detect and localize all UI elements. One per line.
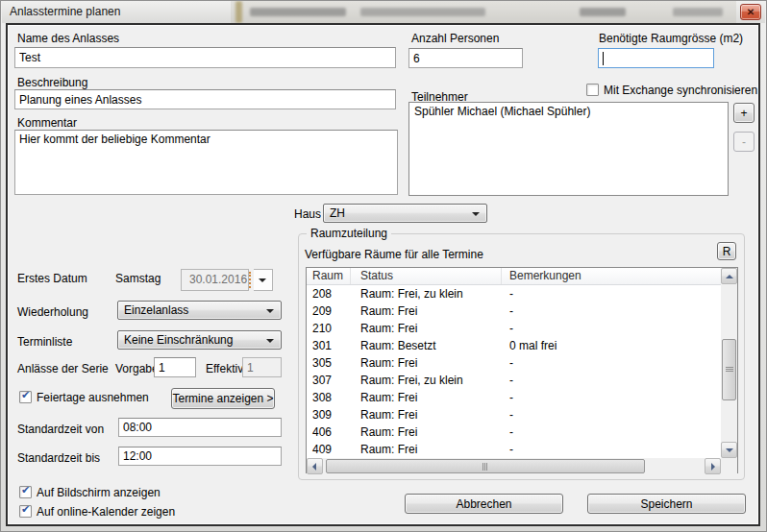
standardzeit-von-input[interactable] bbox=[118, 418, 282, 437]
titlebar[interactable]: Anlasstermine planen ✕ bbox=[2, 1, 765, 23]
background-window-glass bbox=[231, 1, 736, 23]
column-header-raum[interactable]: Raum bbox=[307, 268, 351, 284]
vorgabe-input[interactable] bbox=[154, 357, 196, 377]
checkbox-box-icon: ✔ bbox=[19, 505, 32, 518]
date-dropdown-button[interactable] bbox=[254, 269, 273, 291]
vertical-scrollbar-thumb[interactable] bbox=[722, 339, 736, 400]
cell-bemerkung: - bbox=[502, 390, 721, 407]
table-row[interactable]: 301 Raum: Besetzt 0 mal frei bbox=[307, 338, 721, 355]
cell-status: Raum: Frei, zu klein bbox=[351, 373, 502, 390]
cell-bemerkung: - bbox=[502, 442, 721, 459]
table-row[interactable]: 209 Raum: Frei - bbox=[307, 303, 721, 321]
raum-table-header[interactable]: Raum Status Bemerkungen bbox=[307, 268, 721, 285]
verfuegbare-raeume-label: Verfügbare Räume für alle Termine bbox=[305, 248, 483, 261]
termine-anzeigen-button[interactable]: Termine anzeigen > bbox=[171, 388, 275, 409]
arrow-down-icon bbox=[726, 448, 733, 452]
horizontal-scrollbar[interactable] bbox=[307, 458, 721, 474]
terminliste-combobox[interactable]: Keine Einschränkung bbox=[117, 330, 282, 350]
cell-raum: 307 bbox=[307, 373, 351, 390]
cell-bemerkung: - bbox=[502, 424, 721, 442]
effektiv-label: Effektiv bbox=[206, 362, 243, 375]
checkbox-box-icon: ✔ bbox=[19, 486, 32, 498]
background-window-stripe bbox=[235, 1, 242, 23]
save-button[interactable]: Speichern bbox=[587, 494, 746, 514]
table-row[interactable]: 307 Raum: Frei, zu klein - bbox=[307, 373, 721, 390]
cell-raum: 409 bbox=[307, 442, 351, 459]
cancel-button[interactable]: Abbrechen bbox=[405, 494, 563, 514]
table-row[interactable]: 305 Raum: Frei - bbox=[307, 355, 721, 373]
name-input[interactable] bbox=[14, 47, 396, 68]
cell-raum: 208 bbox=[307, 286, 351, 303]
raumzuteilung-groupbox: Raumzuteilung Verfügbare Räume für alle … bbox=[298, 233, 745, 480]
cell-raum: 305 bbox=[307, 355, 351, 373]
cell-bemerkung: 0 mal frei bbox=[502, 338, 721, 355]
date-value: 30.01.2016 bbox=[181, 269, 249, 291]
column-header-status[interactable]: Status bbox=[351, 268, 502, 284]
arrow-left-icon bbox=[312, 463, 316, 471]
vertical-scrollbar[interactable] bbox=[721, 268, 737, 458]
checkbox-box-icon: ✔ bbox=[586, 84, 599, 96]
table-row[interactable]: 308 Raum: Frei - bbox=[307, 390, 721, 407]
teilnehmer-list-item[interactable]: Spühler Michael (Michael Spühler) bbox=[409, 103, 728, 120]
scroll-left-button[interactable] bbox=[307, 458, 323, 474]
dialog-window: Anlasstermine planen ✕ Name des Anlasses… bbox=[0, 0, 767, 532]
scroll-right-button[interactable] bbox=[705, 458, 721, 474]
cell-raum: 209 bbox=[307, 303, 351, 321]
text-cursor bbox=[603, 52, 604, 65]
teilnehmer-listbox[interactable]: Spühler Michael (Michael Spühler) bbox=[408, 102, 729, 196]
table-row[interactable]: 409 Raum: Frei - bbox=[307, 442, 721, 459]
anzahl-personen-input[interactable] bbox=[408, 48, 523, 68]
table-row[interactable]: 406 Raum: Frei - bbox=[307, 424, 721, 442]
wiederholung-combobox[interactable]: Einzelanlass bbox=[117, 301, 282, 320]
terminliste-selected-value: Keine Einschränkung bbox=[124, 333, 233, 347]
raumgroesse-label: Benötigte Raumgrösse (m2) bbox=[599, 32, 743, 45]
checkmark-icon: ✔ bbox=[21, 503, 30, 516]
feiertage-checkbox-label: Feiertage ausnehmen bbox=[37, 391, 149, 404]
cell-bemerkung: - bbox=[502, 303, 721, 321]
standardzeit-bis-input[interactable] bbox=[118, 447, 282, 466]
checkmark-icon: ✔ bbox=[21, 484, 30, 496]
background-window-text-blob bbox=[360, 8, 485, 16]
anzahl-personen-label: Anzahl Personen bbox=[411, 32, 499, 45]
cell-bemerkung: - bbox=[502, 373, 721, 390]
table-row[interactable]: 309 Raum: Frei - bbox=[307, 407, 721, 424]
close-button[interactable]: ✕ bbox=[740, 4, 761, 20]
horizontal-scrollbar-thumb[interactable] bbox=[326, 459, 645, 473]
kommentar-textarea[interactable]: Hier kommt der beliebige Kommentar bbox=[14, 130, 398, 195]
haus-combobox[interactable]: ZH bbox=[323, 204, 487, 223]
cell-raum: 301 bbox=[307, 338, 351, 355]
cell-bemerkung: - bbox=[502, 321, 721, 338]
standardzeit-bis-label: Standardzeit bis bbox=[17, 451, 100, 465]
wiederholung-selected-value: Einzelanlass bbox=[124, 303, 188, 317]
cell-bemerkung: - bbox=[502, 355, 721, 373]
beschreibung-input[interactable] bbox=[14, 89, 396, 109]
checkbox-box-icon: ✔ bbox=[19, 391, 32, 403]
table-row[interactable]: 208 Raum: Frei, zu klein - bbox=[307, 286, 721, 303]
raumgroesse-input[interactable] bbox=[598, 48, 714, 68]
close-icon: ✕ bbox=[741, 6, 760, 19]
raum-table: Raum Status Bemerkungen 208 Raum: Frei, … bbox=[306, 267, 738, 473]
kommentar-label: Kommentar bbox=[17, 116, 77, 130]
checkmark-icon: ✔ bbox=[21, 389, 30, 401]
cell-bemerkung: - bbox=[502, 407, 721, 424]
haus-selected-value: ZH bbox=[330, 206, 345, 220]
background-window-text-blob bbox=[250, 8, 346, 16]
column-header-bemerkungen[interactable]: Bemerkungen bbox=[502, 268, 721, 284]
scroll-up-button[interactable] bbox=[721, 268, 737, 284]
add-teilnehmer-button[interactable]: + bbox=[733, 103, 755, 123]
standardzeit-von-label: Standardzeit von bbox=[17, 423, 104, 436]
terminliste-label: Terminliste bbox=[17, 335, 72, 349]
wiederholung-label: Wiederholung bbox=[17, 305, 88, 319]
cell-status: Raum: Frei bbox=[351, 442, 502, 459]
erstes-datum-datepicker[interactable]: 30.01.2016 bbox=[181, 269, 273, 291]
raumzuteilung-group-label: Raumzuteilung bbox=[307, 227, 391, 240]
vorgabe-label: Vorgabe bbox=[115, 362, 159, 375]
scroll-down-button[interactable] bbox=[721, 442, 737, 458]
cell-status: Raum: Frei bbox=[351, 303, 502, 321]
table-row[interactable]: 210 Raum: Frei - bbox=[307, 321, 721, 338]
remove-teilnehmer-button[interactable]: - bbox=[733, 132, 755, 152]
name-label: Name des Anlasses bbox=[17, 32, 119, 45]
cell-raum: 308 bbox=[307, 390, 351, 407]
cell-status: Raum: Frei bbox=[351, 424, 502, 442]
refresh-rooms-button[interactable]: R bbox=[717, 242, 736, 260]
